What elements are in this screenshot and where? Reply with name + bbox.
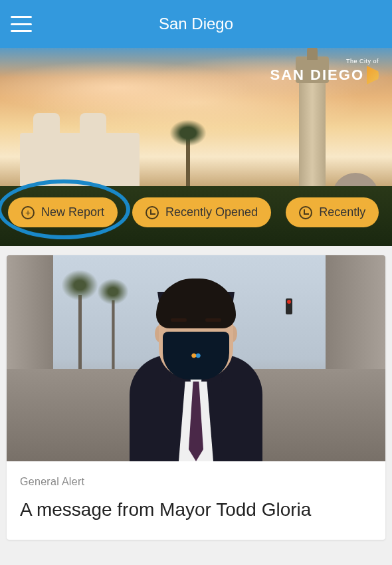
card-title: A message from Mayor Todd Gloria bbox=[20, 497, 372, 522]
pill-label: New Report bbox=[41, 205, 104, 219]
logo-name: SAN DIEGO bbox=[270, 66, 379, 84]
logo-accent-icon bbox=[367, 66, 379, 84]
card-body: General Alert A message from Mayor Todd … bbox=[7, 461, 385, 540]
action-pill-row: + New Report Recently Opened Recently bbox=[8, 197, 379, 227]
new-report-button[interactable]: + New Report bbox=[8, 197, 118, 227]
card-category: General Alert bbox=[20, 476, 372, 488]
recently-opened-button[interactable]: Recently Opened bbox=[132, 197, 271, 227]
menu-icon[interactable] bbox=[11, 16, 32, 32]
alert-card[interactable]: General Alert A message from Mayor Todd … bbox=[7, 255, 385, 540]
pill-label: Recently Opened bbox=[165, 205, 258, 219]
card-image bbox=[7, 255, 385, 461]
person-photo bbox=[96, 275, 296, 461]
recently-button[interactable]: Recently bbox=[286, 197, 379, 227]
city-logo: The City of SAN DIEGO bbox=[270, 58, 379, 84]
plus-icon: + bbox=[21, 206, 35, 219]
page-title: San Diego bbox=[159, 15, 233, 33]
logo-tagline: The City of bbox=[270, 58, 379, 64]
clock-icon bbox=[299, 206, 312, 219]
pill-label: Recently bbox=[319, 205, 365, 219]
hero-banner: The City of SAN DIEGO + New Report Recen… bbox=[0, 48, 392, 246]
app-header: San Diego bbox=[0, 0, 392, 48]
clock-icon bbox=[146, 206, 159, 219]
